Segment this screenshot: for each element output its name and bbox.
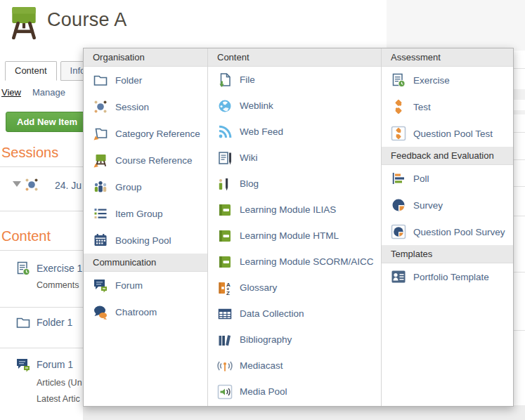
menu-item-web-feed[interactable]: Web Feed xyxy=(208,119,381,145)
ilias-course-page: Course A Content Info View Manage Add Ne… xyxy=(0,0,525,420)
menu-item-glossary[interactable]: A Z Glossary xyxy=(208,275,381,301)
divider xyxy=(514,216,525,216)
add-new-item-button[interactable]: Add New Item xyxy=(6,112,89,132)
poll-icon xyxy=(390,171,406,187)
divider xyxy=(514,110,525,114)
menu-item-group[interactable]: Group xyxy=(84,173,207,200)
divider xyxy=(514,89,525,100)
list-item-exercise-1[interactable]: Exercise 1 xyxy=(37,263,82,274)
menu-group-header: Organisation xyxy=(84,48,207,67)
subtab-bar: View Manage xyxy=(1,87,65,98)
content-heading: Content xyxy=(1,228,51,244)
menu-item-bibliography[interactable]: Bibliography xyxy=(208,327,381,353)
svg-text:A: A xyxy=(226,281,231,287)
add-new-item-menu: Organisation Folder Session xyxy=(83,48,514,407)
wiki-icon xyxy=(216,150,233,166)
menu-item-forum[interactable]: Forum xyxy=(84,272,207,298)
media-pool-icon xyxy=(216,383,233,400)
menu-group-header: Communication xyxy=(84,254,207,272)
menu-item-chatroom[interactable]: Chatroom xyxy=(84,298,207,325)
menu-item-course-reference[interactable]: Course Reference xyxy=(84,147,207,173)
menu-item-folder[interactable]: Folder xyxy=(84,67,207,93)
session-icon xyxy=(92,99,108,115)
menu-item-learning-module-ilias[interactable]: Learning Module ILIAS xyxy=(208,197,381,223)
divider xyxy=(514,68,525,69)
session-link[interactable]: 24. Ju xyxy=(55,180,82,191)
divider xyxy=(514,186,525,187)
menu-item-file[interactable]: File xyxy=(208,67,381,93)
category-reference-icon xyxy=(92,126,108,142)
course-reference-icon xyxy=(92,152,108,169)
page-title: Course A xyxy=(47,9,127,31)
exercise-icon xyxy=(390,72,406,88)
divider xyxy=(514,132,525,133)
menu-item-question-pool-survey[interactable]: Question Pool Survey xyxy=(382,218,513,245)
divider xyxy=(514,159,525,160)
page-background xyxy=(387,0,525,51)
menu-item-learning-module-scorm[interactable]: Learning Module SCORM/AICC xyxy=(208,249,381,275)
blog-icon xyxy=(216,176,233,192)
survey-icon xyxy=(390,197,406,214)
menu-item-wiki[interactable]: Wiki xyxy=(208,145,381,171)
menu-item-media-pool[interactable]: Media Pool xyxy=(208,379,381,405)
divider xyxy=(514,330,525,331)
mediacast-icon xyxy=(216,357,233,374)
folder-icon xyxy=(15,315,31,330)
divider xyxy=(514,272,525,273)
menu-item-mediacast[interactable]: Mediacast xyxy=(208,353,381,379)
menu-group-header: Assessment xyxy=(382,48,513,67)
divider xyxy=(0,307,83,308)
menu-item-question-pool-test[interactable]: Question Pool Test xyxy=(382,120,513,147)
tab-content[interactable]: Content xyxy=(5,61,57,81)
group-icon xyxy=(92,179,108,195)
weblink-icon xyxy=(216,98,233,114)
glossary-icon: A Z xyxy=(216,280,233,296)
sessions-heading: Sessions xyxy=(1,145,58,161)
svg-text:Z: Z xyxy=(226,290,230,296)
chatroom-icon xyxy=(92,304,108,320)
web-feed-icon xyxy=(216,124,233,140)
menu-column-assessment: Assessment Exercise xyxy=(381,48,513,406)
menu-item-test[interactable]: Test xyxy=(382,93,513,120)
list-item-desc: Comments xyxy=(37,280,79,290)
menu-item-booking-pool[interactable]: Booking Pool xyxy=(84,227,207,254)
menu-column-content: Content File xyxy=(207,48,381,406)
divider xyxy=(0,250,83,251)
session-icon xyxy=(24,177,39,192)
menu-item-learning-module-html[interactable]: Learning Module HTML xyxy=(208,223,381,249)
menu-group-header: Feedback and Evaluation xyxy=(382,147,513,165)
booking-pool-icon xyxy=(92,232,108,249)
bibliography-icon xyxy=(216,332,233,348)
item-group-icon xyxy=(92,206,108,222)
menu-item-weblink[interactable]: Weblink xyxy=(208,93,381,119)
subtab-view[interactable]: View xyxy=(1,87,21,98)
folder-icon xyxy=(92,72,108,88)
subtab-manage[interactable]: Manage xyxy=(32,87,65,98)
portfolio-template-icon xyxy=(390,269,406,285)
menu-item-portfolio-template[interactable]: Portfolio Template xyxy=(382,263,513,290)
list-item-desc: Latest Artic xyxy=(37,394,80,404)
learning-module-icon xyxy=(216,228,233,244)
collapse-caret-icon[interactable] xyxy=(13,181,21,187)
menu-item-item-group[interactable]: Item Group xyxy=(84,200,207,227)
list-item-forum-1[interactable]: Forum 1 xyxy=(37,359,73,370)
menu-item-exercise[interactable]: Exercise xyxy=(382,67,513,93)
menu-group-header: Templates xyxy=(382,245,513,263)
test-icon xyxy=(390,99,406,115)
forum-icon xyxy=(15,357,31,372)
menu-item-category-reference[interactable]: Category Reference xyxy=(84,120,207,147)
menu-item-survey[interactable]: Survey xyxy=(382,192,513,218)
divider xyxy=(0,348,83,348)
menu-item-blog[interactable]: Blog xyxy=(208,171,381,197)
learning-module-icon xyxy=(216,254,233,270)
list-item-folder-1[interactable]: Folder 1 xyxy=(37,317,72,328)
divider xyxy=(0,166,83,167)
question-pool-test-icon xyxy=(390,126,406,142)
menu-item-data-collection[interactable]: Data Collection xyxy=(208,301,381,327)
menu-item-poll[interactable]: Poll xyxy=(382,165,513,192)
menu-group-header: Content xyxy=(208,48,381,67)
divider xyxy=(0,211,83,211)
menu-column-organisation: Organisation Folder Session xyxy=(84,48,207,406)
data-collection-icon xyxy=(216,306,233,322)
menu-item-session[interactable]: Session xyxy=(84,93,207,120)
